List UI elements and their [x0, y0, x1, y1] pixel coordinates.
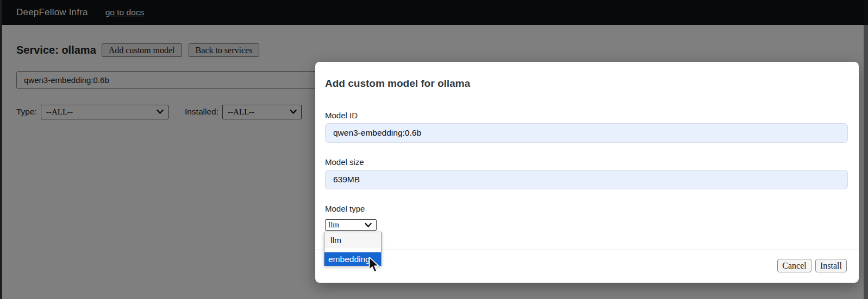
window-right-edge-top	[864, 0, 868, 25]
dropdown-option-llm[interactable]: llm	[324, 232, 381, 248]
model-id-input[interactable]	[325, 123, 848, 143]
add-custom-model-dialog: Add custom model for ollama Model ID Mod…	[315, 62, 859, 283]
mouse-cursor-icon	[369, 257, 382, 273]
chevron-down-icon	[365, 222, 372, 227]
window-right-edge	[864, 0, 868, 299]
install-button[interactable]: Install	[815, 259, 847, 272]
app-window: DeepFellow Infra go to docs Service: oll…	[0, 0, 868, 299]
model-type-value: llm	[326, 220, 339, 230]
footer-divider	[315, 250, 859, 250]
model-size-label: Model size	[325, 157, 364, 167]
dialog-title: Add custom model for ollama	[325, 78, 470, 90]
model-size-input[interactable]	[325, 170, 848, 189]
model-type-select[interactable]: llm	[325, 219, 377, 231]
window-left-edge	[0, 0, 2, 299]
model-id-label: Model ID	[325, 111, 358, 120]
model-type-label: Model type	[325, 204, 365, 213]
cancel-button[interactable]: Cancel	[777, 259, 811, 272]
